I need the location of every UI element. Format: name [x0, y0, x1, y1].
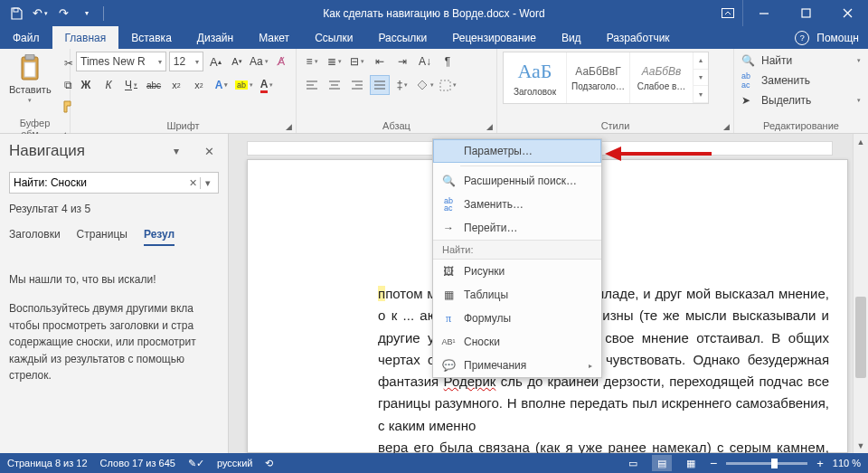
tab-home[interactable]: Главная [52, 26, 119, 49]
multilevel-list-icon[interactable]: ⊟▾ [347, 52, 367, 71]
styles-more-button[interactable]: ▴▾▾ [693, 52, 708, 103]
tab-design[interactable]: Дизайн [184, 26, 246, 49]
highlight-icon[interactable]: ab▾ [234, 75, 254, 95]
close-icon[interactable] [826, 0, 868, 26]
align-center-icon[interactable] [325, 75, 344, 95]
find-button[interactable]: 🔍Найти▾ [740, 53, 863, 68]
italic-button[interactable]: К [99, 75, 118, 95]
tab-references[interactable]: Ссылки [302, 26, 365, 49]
tell-me-label[interactable]: Помощн [816, 32, 859, 44]
nav-tab-results[interactable]: Резул [144, 228, 175, 246]
menu-item-replace[interactable]: abac Заменить… [433, 193, 601, 216]
line-spacing-icon[interactable]: ‡▾ [392, 75, 412, 95]
align-right-icon[interactable] [347, 75, 367, 95]
dialog-launcher-icon[interactable]: ◢ [486, 122, 493, 131]
zoom-out-icon[interactable]: − [710, 456, 717, 470]
grow-font-icon[interactable]: A▴ [206, 52, 225, 71]
underline-button[interactable]: Ч▾ [121, 75, 141, 95]
tab-view[interactable]: Вид [549, 26, 594, 49]
styles-gallery[interactable]: АаБ Заголовок АаБбВвГ Подзаголо… АаБбВв … [503, 52, 709, 104]
search-dropdown-icon[interactable]: ▾ [200, 177, 214, 189]
navigation-pane: Навигация ▾ ✕ ✕ ▾ Результат 4 из 5 Загол… [0, 134, 229, 453]
tab-layout[interactable]: Макет [246, 26, 302, 49]
shading-icon[interactable]: ▾ [415, 75, 435, 95]
replace-button[interactable]: abacЗаменить [740, 71, 863, 90]
sort-icon[interactable]: A↓ [415, 52, 435, 71]
zoom-slider-thumb[interactable] [771, 459, 778, 468]
superscript-icon[interactable]: x2 [189, 75, 209, 95]
spellcheck-icon[interactable]: ✎✓ [188, 458, 204, 469]
zoom-in-icon[interactable]: + [816, 457, 824, 470]
maximize-icon[interactable] [785, 0, 826, 26]
style-subtle-emphasis[interactable]: АаБбВв Слабое в… [630, 52, 693, 103]
align-left-icon[interactable] [302, 75, 322, 95]
subscript-icon[interactable]: x2 [166, 75, 186, 95]
paste-button[interactable]: Вставить ▾ [5, 52, 55, 106]
status-word-count[interactable]: Слово 17 из 645 [100, 458, 175, 468]
shrink-font-icon[interactable]: A▾ [228, 52, 247, 71]
menu-section-find: Найти: [433, 240, 601, 260]
clear-search-icon[interactable]: ✕ [185, 177, 200, 189]
menu-item-options[interactable]: Параметры… [433, 139, 601, 163]
change-case-button[interactable]: Aa▾ [249, 52, 269, 71]
read-mode-icon[interactable]: ▭ [623, 455, 643, 471]
scroll-thumb[interactable] [855, 297, 866, 378]
nav-result-count: Результат 4 из 5 [9, 203, 219, 215]
show-marks-icon[interactable]: ¶ [438, 52, 458, 71]
zoom-level[interactable]: 110 % [833, 458, 861, 468]
nav-pane-close-icon[interactable]: ✕ [199, 141, 219, 161]
scroll-up-icon[interactable]: ▲ [854, 134, 868, 149]
tab-review[interactable]: Рецензирование [439, 26, 549, 49]
menu-item-footnotes[interactable]: AB¹ Сноски [433, 330, 601, 354]
bullets-icon[interactable]: ≡▾ [302, 52, 322, 71]
nav-tab-pages[interactable]: Страницы [77, 228, 127, 246]
dialog-launcher-icon[interactable]: ◢ [723, 122, 730, 131]
menu-item-equations[interactable]: π Формулы [433, 307, 601, 330]
tab-mailings[interactable]: Рассылки [365, 26, 439, 49]
qat-customize-icon[interactable]: ▾ [76, 3, 98, 24]
font-size-combo[interactable]: 12▾ [169, 52, 203, 71]
text-effects-icon[interactable]: A▾ [212, 75, 231, 95]
nav-search-box[interactable]: ✕ ▾ [9, 172, 219, 194]
menu-item-pictures[interactable]: 🖼 Рисунки [433, 260, 601, 283]
tab-insert[interactable]: Вставка [118, 26, 184, 49]
font-color-icon[interactable]: A▾ [257, 75, 277, 95]
minimize-icon[interactable] [743, 0, 785, 26]
style-subtitle[interactable]: АаБбВвГ Подзаголо… [567, 52, 630, 103]
strikethrough-button[interactable]: abc [144, 75, 164, 95]
tab-developer[interactable]: Разработчик [594, 26, 683, 49]
style-heading[interactable]: АаБ Заголовок [504, 52, 567, 103]
numbering-icon[interactable]: ≣▾ [325, 52, 344, 71]
vertical-scrollbar[interactable]: ▲ ▼ [853, 134, 868, 453]
justify-icon[interactable] [370, 75, 390, 95]
search-icon: 🔍 [440, 174, 457, 188]
menu-item-goto[interactable]: → Перейти… [433, 216, 601, 240]
track-changes-icon[interactable]: ⟲ [265, 458, 273, 469]
select-button[interactable]: ➤Выделить▾ [740, 93, 863, 108]
nav-tab-headings[interactable]: Заголовки [9, 228, 61, 246]
menu-item-tables[interactable]: ▦ Таблицы [433, 283, 601, 307]
print-layout-icon[interactable]: ▤ [652, 455, 672, 471]
bold-button[interactable]: Ж [76, 75, 96, 95]
status-language[interactable]: русский [217, 458, 252, 468]
nav-pane-menu-icon[interactable]: ▾ [166, 141, 186, 161]
ribbon-display-options-icon[interactable] [712, 0, 743, 26]
zoom-slider[interactable] [726, 462, 807, 465]
menu-item-comments[interactable]: 💬 Примечания ▸ [433, 354, 601, 377]
clear-formatting-icon[interactable]: A̸ [271, 52, 290, 71]
scroll-down-icon[interactable]: ▼ [854, 438, 868, 453]
menu-item-advanced-find[interactable]: 🔍 Расширенный поиск… [433, 169, 601, 193]
save-icon[interactable] [5, 3, 27, 24]
borders-icon[interactable]: ▾ [438, 75, 458, 95]
decrease-indent-icon[interactable]: ⇤ [370, 52, 390, 71]
nav-search-input[interactable] [14, 176, 185, 189]
status-page[interactable]: Страница 8 из 12 [7, 458, 88, 468]
redo-icon[interactable]: ↷ [52, 3, 74, 24]
increase-indent-icon[interactable]: ⇥ [392, 52, 412, 71]
quick-access-toolbar: ↶▾ ↷ ▾ [0, 3, 108, 24]
dialog-launcher-icon[interactable]: ◢ [286, 122, 292, 131]
font-name-combo[interactable]: Times New R▾ [76, 52, 166, 71]
tab-file[interactable]: Файл [0, 26, 52, 49]
web-layout-icon[interactable]: ▦ [681, 455, 701, 471]
undo-icon[interactable]: ↶▾ [29, 3, 51, 24]
